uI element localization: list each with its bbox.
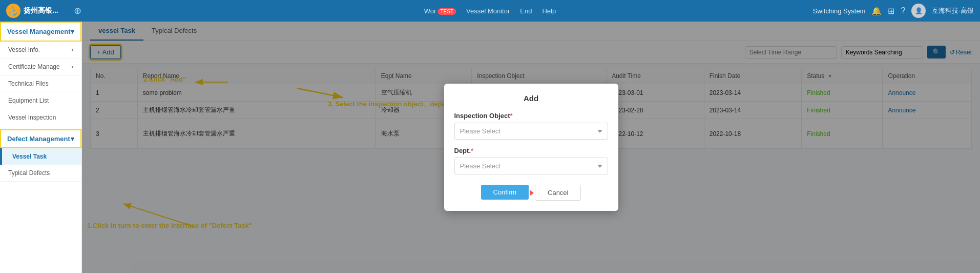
inspection-object-group: Inspection Object* Please Select — [454, 112, 608, 140]
sidebar-item-typical-defects[interactable]: Typical Defects — [0, 165, 81, 182]
add-tab-button[interactable]: ⊕ — [74, 5, 81, 16]
avatar[interactable]: 👤 — [911, 4, 926, 18]
grid-icon[interactable]: ⊞ — [888, 6, 894, 16]
nav-workorder[interactable]: WorTEST — [424, 7, 456, 15]
nav-end[interactable]: End — [520, 7, 532, 15]
required-marker: * — [510, 112, 513, 120]
arrow-right-icon: › — [71, 63, 73, 70]
app-name: 扬州高银... — [24, 6, 58, 15]
modal-title: Add — [454, 94, 608, 103]
defect-management-group[interactable]: Defect Management ▾ — [0, 129, 81, 148]
chevron-down-icon: ▾ — [71, 28, 74, 35]
chevron-down-icon: ▾ — [71, 135, 74, 143]
cancel-button[interactable]: Cancel — [535, 185, 581, 201]
content-area: vessel Task Typical Defects + Add 🔍 ↺ Re… — [82, 22, 980, 273]
nav-vessel-monitor[interactable]: Vessel Monitor — [466, 7, 510, 15]
nav-help[interactable]: Help — [542, 7, 556, 15]
notification-icon[interactable]: 🔔 — [871, 6, 882, 16]
vessel-management-group[interactable]: Vessel Management ▾ — [0, 22, 81, 42]
dept-label: Dept.* — [454, 147, 608, 154]
switching-system-btn[interactable]: Switching System — [813, 7, 866, 15]
app-logo: ⚓ 扬州高银... — [6, 4, 58, 18]
arrow-right-icon: › — [71, 46, 73, 53]
inspection-object-label: Inspection Object* — [454, 112, 608, 120]
defect-management-label: Defect Management — [7, 135, 70, 143]
workorder-badge: TEST — [437, 8, 456, 15]
sidebar-item-vessel-task[interactable]: Vessel Task — [0, 148, 81, 165]
sidebar-item-technical-files[interactable]: Technical Files — [0, 75, 81, 92]
nav-items: WorTEST Vessel Monitor End Help — [424, 7, 556, 15]
company-name: 互海科技·高银 — [932, 6, 974, 15]
dept-group: Dept.* Please Select — [454, 147, 608, 174]
confirm-button[interactable]: Confirm — [481, 185, 529, 200]
required-marker-2: * — [471, 147, 473, 154]
top-right-actions: Switching System 🔔 ⊞ ? 👤 互海科技·高银 — [813, 4, 974, 18]
main-layout: Vessel Management ▾ Vessel Info. › Certi… — [0, 22, 980, 273]
sidebar-item-vessel-info[interactable]: Vessel Info. › — [0, 42, 81, 59]
modal-buttons: Confirm Cancel — [454, 185, 608, 201]
help-icon[interactable]: ? — [901, 6, 905, 15]
add-modal: Add Inspection Object* Please Select Dep… — [444, 84, 618, 211]
top-navigation: ⚓ 扬州高银... ⊕ WorTEST Vessel Monitor End H… — [0, 0, 980, 22]
modal-overlay: Add Inspection Object* Please Select Dep… — [82, 22, 980, 273]
dept-select[interactable]: Please Select — [454, 158, 608, 174]
vessel-management-label: Vessel Management — [7, 28, 71, 35]
inspection-object-select[interactable]: Please Select — [454, 123, 608, 140]
sidebar-item-certificate-manage[interactable]: Certificate Manage › — [0, 59, 81, 75]
logo-icon: ⚓ — [6, 4, 20, 18]
sidebar-item-equipment-list[interactable]: Equipment List — [0, 92, 81, 109]
confirm-red-arrow — [530, 190, 534, 196]
sidebar: Vessel Management ▾ Vessel Info. › Certi… — [0, 22, 82, 273]
sidebar-item-vessel-inspection[interactable]: Vessel Inspection — [0, 109, 81, 126]
